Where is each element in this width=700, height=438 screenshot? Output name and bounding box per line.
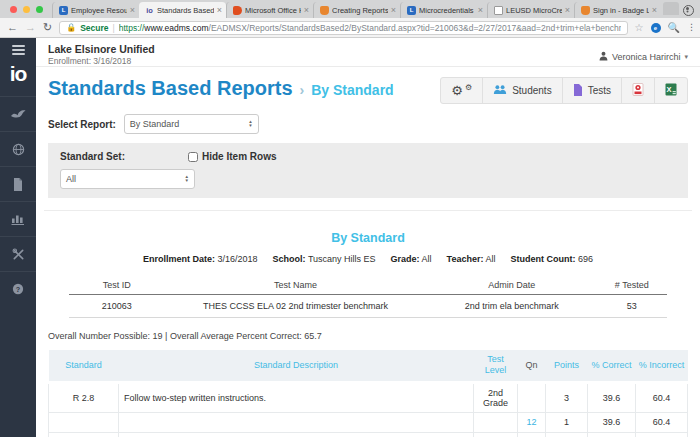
admin-date-cell: 2nd trim ela benchmark	[427, 295, 597, 318]
select-report-dropdown[interactable]: By Standard ▲▼	[124, 114, 259, 134]
extension-magnifier-icon[interactable]: 🔍	[668, 22, 680, 33]
chevron-down-icon: ▾	[684, 53, 688, 61]
tab-close-icon[interactable]: ×	[130, 6, 135, 15]
bird-icon	[11, 109, 26, 119]
tab-close-icon[interactable]: ×	[391, 6, 396, 15]
tab-creating-reports[interactable]: Creating Reports - ×	[313, 2, 400, 18]
district-header: Lake Elsinore Unified Enrollment: 3/16/2…	[36, 38, 700, 67]
sidebar-item-tools[interactable]	[0, 236, 36, 271]
students-button[interactable]: Students	[482, 78, 561, 103]
export-pdf-button[interactable]	[621, 78, 654, 103]
sidebar-item-analytics[interactable]	[0, 201, 36, 236]
standard-row: R 2.8 Follow two-step written instructio…	[49, 382, 688, 412]
browser-toolbar: ← → ↻ 🔒 Secure | https://www.eadms.com/E…	[0, 18, 700, 38]
report-section-title: By Standard	[36, 231, 700, 245]
column-header: Admin Date	[427, 277, 597, 295]
minimize-window-button[interactable]	[23, 6, 30, 13]
reload-icon[interactable]: ↻	[43, 22, 52, 33]
user-menu[interactable]: Veronica Harirchi ▾	[599, 47, 688, 66]
tab-close-icon[interactable]: ×	[304, 6, 309, 15]
tab-close-icon[interactable]: ×	[217, 6, 222, 15]
select-report-row: Select Report: By Standard ▲▼	[36, 104, 700, 134]
url-text: https://www.eadms.com/EADMSX/Reports/Sta…	[119, 23, 621, 33]
tab-standards-based-active[interactable]: io Standards Based R ×	[139, 2, 226, 18]
url-scheme: https://	[119, 23, 145, 33]
page-title: Standards Based Reports	[48, 77, 293, 100]
browser-profile-icon[interactable]	[683, 5, 694, 16]
bookmark-star-icon[interactable]: ☆	[635, 22, 644, 33]
select-report-value: By Standard	[130, 119, 249, 129]
pct-incorrect-cell: 60.4	[636, 382, 688, 412]
url-address-bar[interactable]: 🔒 Secure | https://www.eadms.com/EADMSX/…	[59, 21, 627, 35]
column-header-pct-incorrect[interactable]: % Incorrect	[636, 350, 688, 382]
tab-title: Sign in - Badge Lis	[593, 6, 649, 15]
tab-close-icon[interactable]: ×	[565, 6, 570, 15]
sidebar-item-reports[interactable]	[0, 166, 36, 201]
select-arrows-icon: ▲▼	[185, 175, 189, 182]
io-logo[interactable]: io	[10, 63, 27, 84]
column-header-description[interactable]: Standard Description	[119, 350, 474, 382]
hamburger-menu-icon[interactable]	[12, 45, 25, 55]
hide-item-rows-checkbox[interactable]	[188, 152, 198, 162]
qn-cell: 12	[518, 412, 546, 432]
column-header-qn[interactable]: Qn	[518, 350, 546, 382]
page-subtitle: By Standard	[311, 82, 393, 98]
tab-close-icon[interactable]: ×	[478, 6, 483, 15]
test-level-cell	[474, 432, 518, 437]
info-teacher: Teacher: All	[447, 254, 496, 264]
sidebar-item-help[interactable]: ?	[0, 271, 36, 306]
new-tab-button[interactable]	[663, 2, 679, 15]
tab-sign-in-badge[interactable]: Sign in - Badge Lis ×	[574, 2, 661, 18]
tab-microsoft-office[interactable]: Microsoft Office H ×	[226, 2, 313, 18]
pct-incorrect-cell: 62.3	[636, 432, 688, 437]
settings-button[interactable]: ⚙⚙	[441, 78, 482, 103]
tests-icon	[573, 84, 583, 98]
shield-favicon	[581, 6, 590, 15]
forward-icon[interactable]: →	[25, 22, 36, 33]
user-name: Veronica Harirchi	[612, 52, 681, 62]
tab-title: Microsoft Office H	[245, 6, 301, 15]
column-header: # Tested	[597, 277, 667, 295]
close-window-button[interactable]	[10, 6, 17, 13]
browser-menu-icon[interactable]: ⋮	[687, 26, 693, 29]
tab-title: Employee Resourc	[71, 6, 127, 15]
tools-icon	[12, 248, 25, 261]
zoom-window-button[interactable]	[36, 6, 43, 13]
standard-set-dropdown[interactable]: All ▲▼	[60, 169, 195, 189]
pdf-icon	[632, 83, 644, 98]
sidebar-item-globe[interactable]	[0, 131, 36, 166]
hide-item-rows-label: Hide Item Rows	[202, 151, 276, 162]
tests-button[interactable]: Tests	[562, 78, 621, 103]
column-header-test-level[interactable]: Test Level	[474, 350, 518, 382]
question-link[interactable]: 12	[526, 417, 536, 427]
l-favicon: L	[59, 6, 68, 15]
document-icon	[13, 178, 23, 191]
test-level-cell	[474, 412, 518, 432]
back-icon[interactable]: ←	[7, 22, 18, 33]
globe-icon	[12, 143, 25, 156]
sidebar-item-bird[interactable]	[0, 96, 36, 131]
tab-leusd-microcred[interactable]: LEUSD MicroCred ×	[487, 2, 574, 18]
tab-employee-resources[interactable]: L Employee Resourc ×	[52, 2, 139, 18]
extension-icon-blue[interactable]: e	[651, 23, 661, 33]
tab-title: Microcredentials -	[419, 6, 475, 15]
info-enrollment-date: Enrollment Date: 3/16/2018	[143, 254, 258, 264]
column-header-pct-correct[interactable]: % Correct	[588, 350, 636, 382]
browser-window: L Employee Resourc × io Standards Based …	[0, 0, 700, 438]
browser-tab-bar: L Employee Resourc × io Standards Based …	[0, 0, 700, 18]
tab-close-icon[interactable]: ×	[652, 6, 657, 15]
num-tested-cell: 53	[597, 295, 667, 318]
test-summary-table: Test ID Test Name Admin Date # Tested 21…	[69, 277, 667, 318]
test-table-header-row: Test ID Test Name Admin Date # Tested	[69, 277, 667, 295]
secure-label[interactable]: Secure	[80, 23, 108, 33]
tab-microcredentials[interactable]: L Microcredentials - ×	[400, 2, 487, 18]
info-student-count: Student Count: 696	[511, 254, 594, 264]
description-cell	[119, 432, 474, 437]
column-header-standard[interactable]: Standard	[49, 350, 119, 382]
overall-summary: Overall Number Possible: 19 | Overall Av…	[48, 331, 688, 341]
bar-chart-icon	[11, 213, 25, 225]
tab-title: Standards Based R	[157, 6, 214, 15]
column-header-points[interactable]: Points	[546, 350, 588, 382]
export-excel-button[interactable]: X	[654, 78, 687, 103]
pct-correct-cell: 39.6	[588, 412, 636, 432]
